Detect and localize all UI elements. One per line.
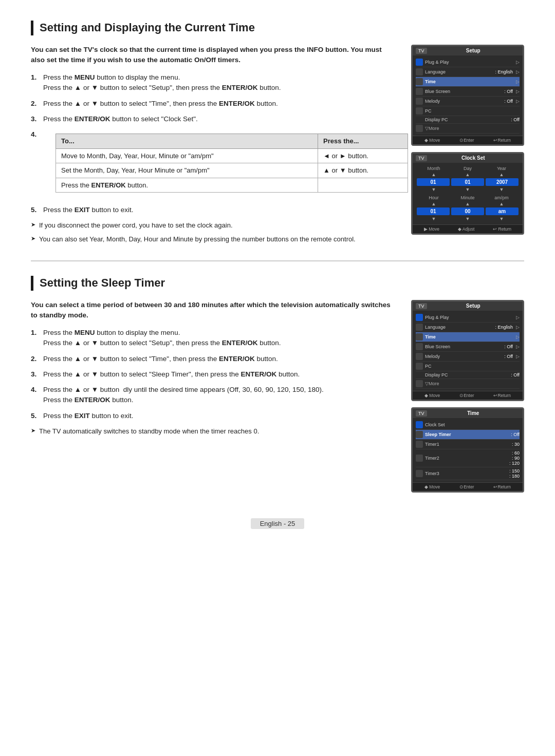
hma-values: 01 00 am xyxy=(417,207,519,215)
footer-return: ↩Return xyxy=(493,484,511,489)
menu-icon xyxy=(416,98,423,105)
step-num: 1. xyxy=(31,328,39,349)
table-row: Press the ENTER/OK button. xyxy=(56,178,408,193)
footer-return: ↩Return xyxy=(493,138,511,143)
tv-row-more2: ▽More xyxy=(416,379,520,389)
year-label: Year xyxy=(485,166,519,171)
footer-return: ↩ Return xyxy=(493,226,511,232)
table-col1: To... xyxy=(56,134,318,149)
tv-label: TV xyxy=(416,303,427,309)
tv-row-language: Language : English ▷ xyxy=(416,323,520,332)
tv-label: TV xyxy=(416,155,427,161)
clockset-screen: TV Clock Set Month Day Year ▲ ▲ ▲ xyxy=(411,152,524,235)
month-label: Month xyxy=(417,166,451,171)
tv-row-plugplay: Plug & Play ▷ xyxy=(416,313,520,323)
section1-intro: You can set the TV's clock so that the c… xyxy=(31,45,396,66)
section2-screens: TV Setup Plug & Play ▷ Language : Englis… xyxy=(411,300,524,493)
hour-value: 01 xyxy=(417,207,450,215)
step5: 5. Press the EXIT button to exit. xyxy=(31,205,396,215)
section1-title: Setting and Displaying the Current Time xyxy=(31,21,524,35)
clockset-row: Clock Set xyxy=(416,420,520,430)
tv-header: TV Time xyxy=(413,409,523,418)
step-num: 2. xyxy=(31,354,39,364)
step4-num: 4. xyxy=(31,129,39,200)
timer2-row: Timer2 : 60 : 90 : 120 xyxy=(416,449,520,467)
footer-move: ◆ Move xyxy=(424,393,440,398)
footer-move: ◆ Move xyxy=(424,484,440,489)
footer-return: ↩Return xyxy=(493,393,511,398)
tv-row-plugplay: Plug & Play ▷ xyxy=(416,58,520,67)
menu-icon xyxy=(416,314,423,321)
note2: You can also set Year, Month, Day, Hour … xyxy=(31,234,396,245)
tv-label: TV xyxy=(416,410,427,417)
ampm-value: am xyxy=(486,207,519,215)
step2: 2. Press the ▲ or ▼ button to select "Ti… xyxy=(31,99,396,109)
table-row: Set the Month, Day, Year, Hour Minute or… xyxy=(56,163,408,178)
step3-content: Press the ENTER/OK button to select "Clo… xyxy=(43,114,396,124)
footer-enter: ⊙Enter xyxy=(459,138,474,143)
menu-icon xyxy=(416,380,423,387)
tv-row-melody: Melody : Off ▷ xyxy=(416,97,520,106)
tv-row-displaypc: Display PC : Off xyxy=(416,116,520,124)
screen-title: Clock Set xyxy=(461,155,485,161)
tv-row-bluescreen: Blue Screen : Off ▷ xyxy=(416,342,520,352)
step3-num: 3. xyxy=(31,114,39,124)
s2-step3: 3. Press the ▲ or ▼ button to select "Sl… xyxy=(31,369,396,380)
section1-text: You can set the TV's clock so that the c… xyxy=(31,45,396,245)
menu-icon xyxy=(416,68,423,75)
menu-icon xyxy=(416,59,423,66)
tv-row-pc: PC xyxy=(416,106,520,116)
day-label: Day xyxy=(451,166,485,171)
section-divider xyxy=(31,260,524,261)
note1: If you disconnect the power cord, you ha… xyxy=(31,220,396,231)
setup-screen-1: TV Setup Plug & Play ▷ Language : Englis… xyxy=(411,45,524,146)
step2-num: 2. xyxy=(31,99,39,109)
table-cell: Press the ENTER/OK button. xyxy=(56,178,318,193)
step-content: Press the EXIT button to exit. xyxy=(43,411,396,421)
section1-notes: If you disconnect the power cord, you ha… xyxy=(31,220,396,245)
step-num: 3. xyxy=(31,369,39,380)
tv-body: Plug & Play ▷ Language : English ▷ Time … xyxy=(413,55,523,136)
section2-notes: The TV automatically switches to standby… xyxy=(31,426,396,437)
note-s2-1: The TV automatically switches to standby… xyxy=(31,426,396,437)
menu-icon xyxy=(416,455,423,462)
tv-row-bluescreen: Blue Screen : Off ▷ xyxy=(416,87,520,97)
s2-step4: 4. Press the ▲ or ▼ button dly until the… xyxy=(31,385,396,406)
tv-row-melody: Melody : Off ▷ xyxy=(416,352,520,362)
timer3-row: Timer3 : 150 : 180 xyxy=(416,467,520,480)
step1: 1. Press the MENU button to display the … xyxy=(31,72,396,93)
timer1-row: Timer1 : 30 xyxy=(416,440,520,449)
step-num: 4. xyxy=(31,385,39,406)
footer-enter: ⊙Enter xyxy=(459,484,474,489)
screen-title: Setup xyxy=(466,303,480,309)
year-value: 2007 xyxy=(486,178,519,186)
section2-steps: 1. Press the MENU button to display the … xyxy=(31,328,396,421)
menu-icon xyxy=(416,333,423,341)
step-content: Press the ▲ or ▼ button to select "Time"… xyxy=(43,354,396,364)
step5-num: 5. xyxy=(31,205,39,215)
footer-enter: ⊙Enter xyxy=(459,393,474,398)
step1-content: Press the MENU button to display the men… xyxy=(43,72,396,93)
menu-icon xyxy=(416,88,423,95)
step4: 4. To... Press the... Move xyxy=(31,129,396,200)
footer-adjust: ◆ Adjust xyxy=(458,226,475,232)
footer-move: ◆ Move xyxy=(424,138,440,143)
time-screen: TV Time Clock Set Sleep Timer : Off xyxy=(411,407,524,493)
table-cell: Move to Month, Day, Year, Hour, Minute o… xyxy=(56,148,318,163)
up-arrows: ▲ ▲ ▲ xyxy=(417,172,519,177)
step5-content: Press the EXIT button to exit. xyxy=(43,205,396,215)
tv-row-time-highlight: Time ▷ xyxy=(416,332,520,342)
down-arrows2: ▼ ▼ ▼ xyxy=(417,216,519,221)
screen-title: Setup xyxy=(466,48,480,53)
s2-step5: 5. Press the EXIT button to exit. xyxy=(31,411,396,421)
tv-header: TV Setup xyxy=(413,301,523,311)
clock-values-row: 01 01 2007 xyxy=(417,178,519,186)
screen-title: Time xyxy=(467,410,479,416)
table-cell: ◄ or ► button. xyxy=(318,148,408,163)
menu-icon xyxy=(416,441,423,448)
menu-icon xyxy=(416,363,423,370)
menu-icon xyxy=(416,324,423,331)
table-cell xyxy=(318,178,408,193)
minute-value: 00 xyxy=(451,207,484,215)
step-num: 5. xyxy=(31,411,39,421)
